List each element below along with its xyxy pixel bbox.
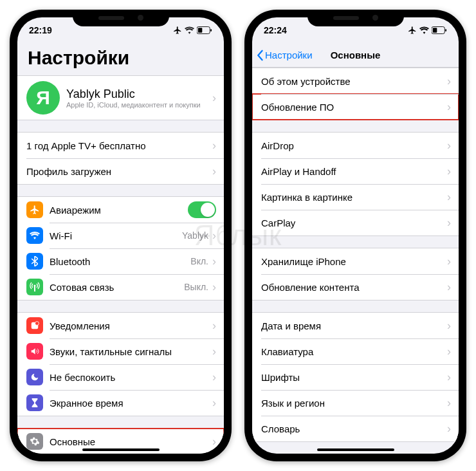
- detail: Выкл.: [184, 282, 208, 292]
- chevron-right-icon: ›: [212, 281, 216, 294]
- group-date-lang: Дата и время› Клавиатура› Шрифты› Язык и…: [252, 312, 459, 442]
- chevron-right-icon: ›: [212, 165, 216, 178]
- label: Звуки, тактильные сигналы: [50, 346, 212, 357]
- chevron-right-icon: ›: [447, 396, 451, 410]
- row-fonts[interactable]: Шрифты›: [252, 364, 459, 390]
- row-notifications[interactable]: Уведомления ›: [17, 313, 224, 338]
- row-keyboard[interactable]: Клавиатура›: [252, 338, 459, 364]
- status-indicators: [408, 26, 447, 35]
- row-do-not-disturb[interactable]: Не беспокоить ›: [17, 364, 224, 390]
- apple-id-sub: Apple ID, iCloud, медиаконтент и покупки: [66, 101, 212, 109]
- row-cellular[interactable]: Сотовая связь Выкл. ›: [17, 274, 224, 300]
- chevron-right-icon: ›: [212, 255, 216, 268]
- general-list[interactable]: Об этом устройстве › Обновление ПО › Air…: [252, 68, 459, 454]
- row-storage[interactable]: Хранилище iPhone›: [252, 248, 459, 274]
- row-date-time[interactable]: Дата и время›: [252, 313, 459, 338]
- row-airplane-mode[interactable]: Авиарежим: [17, 197, 224, 223]
- row-about[interactable]: Об этом устройстве ›: [252, 68, 459, 94]
- row-background-refresh[interactable]: Обновление контента›: [252, 274, 459, 300]
- status-time: 22:24: [264, 25, 287, 35]
- row-language-region[interactable]: Язык и регион›: [252, 390, 459, 416]
- wifi-icon: [26, 227, 43, 244]
- phone-right: 22:24 Настройки Основные Об этом устройс…: [244, 10, 466, 461]
- label: Профиль загружен: [26, 166, 212, 177]
- chevron-right-icon: ›: [447, 255, 451, 268]
- chevron-right-icon: ›: [447, 319, 451, 333]
- label: Дата и время: [261, 320, 447, 331]
- label: Авиарежим: [50, 205, 188, 216]
- chevron-right-icon: ›: [447, 165, 451, 178]
- row-screen-time[interactable]: Экранное время ›: [17, 390, 224, 416]
- chevron-right-icon: ›: [447, 281, 451, 294]
- gear-icon: [26, 433, 43, 450]
- label: Обновление ПО: [261, 102, 447, 113]
- chevron-right-icon: ›: [447, 371, 451, 384]
- group-alerts: Уведомления › Звуки, тактильные сигналы …: [17, 312, 224, 416]
- label: Bluetooth: [50, 256, 190, 267]
- row-appletv-promo[interactable]: 1 год Apple TV+ бесплатно ›: [17, 133, 224, 158]
- label: AirPlay и Handoff: [261, 166, 447, 177]
- group-network: Авиарежим Wi-Fi Yablyk › Bluetooth Вкл. …: [17, 196, 224, 300]
- moon-icon: [26, 369, 43, 385]
- phone-left: 22:19 Настройки Я Yablyk Public Apple ID…: [10, 10, 232, 461]
- svg-rect-13: [445, 29, 446, 32]
- airplane-icon: [408, 26, 417, 35]
- airplane-icon: [26, 201, 43, 218]
- svg-point-6: [35, 322, 39, 326]
- settings-list[interactable]: Я Yablyk Public Apple ID, iCloud, медиак…: [17, 75, 224, 454]
- wifi-icon: [185, 26, 194, 34]
- chevron-right-icon: ›: [212, 435, 216, 448]
- hourglass-icon: [26, 394, 43, 411]
- label: Уведомления: [50, 320, 212, 331]
- label: AirDrop: [261, 140, 447, 151]
- chevron-right-icon: ›: [212, 345, 216, 358]
- label: Словарь: [261, 423, 447, 434]
- row-sounds[interactable]: Звуки, тактильные сигналы ›: [17, 338, 224, 364]
- page-title: Настройки: [17, 43, 224, 75]
- label: Сотовая связь: [50, 282, 184, 293]
- status-time: 22:19: [29, 25, 52, 35]
- row-airplay[interactable]: AirPlay и Handoff›: [252, 158, 459, 184]
- row-airdrop[interactable]: AirDrop›: [252, 133, 459, 158]
- group-apple-id: Я Yablyk Public Apple ID, iCloud, медиак…: [17, 75, 224, 120]
- chevron-right-icon: ›: [212, 371, 216, 384]
- back-button[interactable]: Настройки: [252, 50, 313, 61]
- label: Обновление контента: [261, 282, 447, 293]
- row-wifi[interactable]: Wi-Fi Yablyk ›: [17, 223, 224, 248]
- label: Об этом устройстве: [261, 76, 447, 87]
- row-software-update[interactable]: Обновление ПО ›: [252, 94, 459, 120]
- chevron-right-icon: ›: [212, 139, 216, 152]
- notifications-icon: [26, 317, 43, 334]
- chevron-right-icon: ›: [212, 319, 216, 333]
- label: Хранилище iPhone: [261, 256, 447, 267]
- label: 1 год Apple TV+ бесплатно: [26, 140, 212, 151]
- row-bluetooth[interactable]: Bluetooth Вкл. ›: [17, 248, 224, 274]
- status-indicators: [173, 26, 212, 35]
- wifi-icon: [419, 26, 429, 34]
- chevron-right-icon: ›: [212, 91, 216, 105]
- label: Экранное время: [50, 398, 212, 409]
- svg-rect-12: [433, 28, 437, 32]
- row-pip[interactable]: Картинка в картинке›: [252, 184, 459, 210]
- svg-rect-4: [34, 286, 35, 291]
- home-indicator[interactable]: [317, 448, 394, 451]
- label: Картинка в картинке: [261, 192, 447, 203]
- chevron-right-icon: ›: [447, 139, 451, 152]
- airplane-toggle[interactable]: [188, 201, 216, 218]
- notch: [307, 10, 404, 26]
- row-dictionary[interactable]: Словарь›: [252, 416, 459, 441]
- row-carplay[interactable]: CarPlay›: [252, 210, 459, 236]
- label: Основные: [50, 436, 212, 447]
- screen-left: 22:19 Настройки Я Yablyk Public Apple ID…: [17, 17, 224, 454]
- screen-right: 22:24 Настройки Основные Об этом устройс…: [252, 17, 459, 454]
- home-indicator[interactable]: [82, 448, 160, 451]
- chevron-right-icon: ›: [447, 216, 451, 230]
- avatar: Я: [26, 81, 60, 115]
- apple-id-row[interactable]: Я Yablyk Public Apple ID, iCloud, медиак…: [17, 76, 224, 120]
- detail: Вкл.: [190, 256, 208, 266]
- row-profile-loaded[interactable]: Профиль загружен ›: [17, 158, 224, 184]
- group-promo: 1 год Apple TV+ бесплатно › Профиль загр…: [17, 132, 224, 185]
- antenna-icon: [26, 279, 43, 295]
- speaker-icon: [26, 343, 43, 360]
- chevron-right-icon: ›: [212, 396, 216, 410]
